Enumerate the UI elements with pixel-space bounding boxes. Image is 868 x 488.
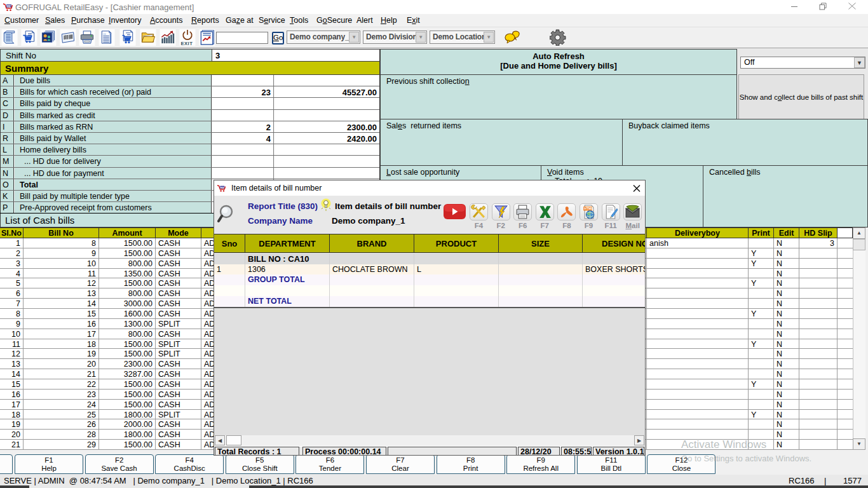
- svg-text:RE: RE: [220, 186, 224, 189]
- svg-text:RE: RE: [7, 4, 12, 8]
- svg-text:HTML: HTML: [584, 207, 593, 210]
- svg-text:EXIT: EXIT: [180, 41, 193, 46]
